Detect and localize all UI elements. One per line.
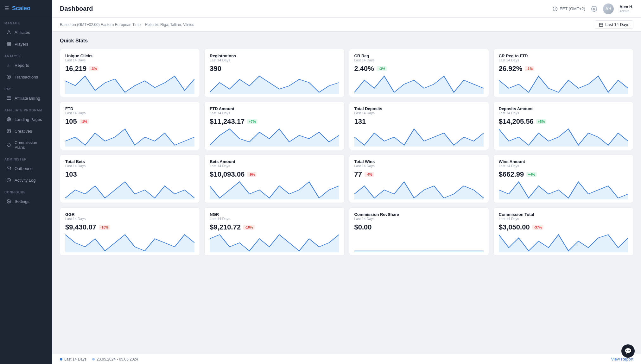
stat-period: Last 14 Days [210,164,339,168]
stat-label: Unique Clicks [65,53,194,58]
sidebar-item-players[interactable]: Players [2,38,50,50]
settings-icon[interactable] [591,6,597,12]
footer: Last 14 Days23.05.2024 - 05.06.2024 View… [52,354,641,364]
stat-card: FTD Last 14 Days 105 -1% [60,102,200,150]
stat-label: CR Reg [354,53,484,58]
timezone-label: EET (GMT+2) [560,6,585,11]
stat-value: $0.00 [354,223,372,231]
sidebar-item-settings[interactable]: Settings [2,196,50,207]
sidebar-item-activity-log[interactable]: Activity Log [2,174,50,186]
stat-value-row: 26.92% -1% [499,65,628,73]
stat-card: Commission Total Last 14 Days $3,050.00 … [493,207,633,256]
sidebar-item-transactions[interactable]: Transactions [2,71,50,83]
stat-value-row: 390 [210,65,339,73]
stat-badge: -10% [243,225,255,230]
stat-badge: -37% [532,225,544,230]
sidebar-item-label: Affiliates [15,30,30,35]
stat-value-row: 105 -1% [65,117,194,126]
page-title: Dashboard [60,5,93,12]
svg-rect-10 [7,97,11,99]
mini-chart [210,128,339,147]
stat-period: Last 14 Days [210,58,339,62]
stat-card-header: CR Reg Last 14 Days [354,53,484,63]
stat-value-row: $11,243.17 +7% [210,117,339,126]
stat-card: CR Reg to FTD Last 14 Days 26.92% -1% [493,49,633,97]
svg-point-20 [593,8,595,9]
sidebar-item-label: Settings [15,199,29,204]
sidebar-item-affiliate-billing[interactable]: Affiliate Billing [2,92,50,104]
menu-icon[interactable]: ☰ [4,5,9,11]
stat-value: $11,243.17 [210,117,244,126]
stat-value: 103 [65,170,77,179]
stat-card-header: NGR Last 14 Days [210,212,339,222]
bar-chart-icon [6,63,11,68]
sidebar-item-label: Commission Plans [15,140,46,150]
stat-card-header: GGR Last 14 Days [65,212,194,222]
stat-period: Last 14 Days [499,58,628,62]
sidebar-item-label: Affiliate Billing [15,96,40,101]
sidebar-item-commission-plans[interactable]: Commission Plans [2,137,50,153]
stat-badge: -4% [365,172,374,177]
view-report-link[interactable]: View Report [611,357,633,361]
stat-badge: +7% [247,119,257,124]
sidebar-item-creatives[interactable]: Creatives [2,125,50,137]
chat-bubble[interactable]: 💬 [621,344,635,358]
legend-item: 23.05.2024 - 05.06.2024 [92,357,138,361]
sidebar-section-label: ADMINISTER [0,153,52,162]
sidebar-item-reports[interactable]: Reports [2,60,50,71]
sidebar-item-affiliates[interactable]: Affiliates [2,27,50,38]
stat-value-row: 2.40% +3% [354,65,484,73]
sidebar-item-landing-pages[interactable]: Landing Pages [2,114,50,125]
person-icon [6,30,11,35]
mini-chart [354,75,484,94]
subbar: Based on (GMT+02:00) Eastern European Ti… [52,18,641,32]
main-content: Dashboard EET (GMT+2) AH Alex H. Admin B… [52,0,641,364]
stat-card-header: Total Wins Last 14 Days [354,159,484,169]
chart-legend: Last 14 Days23.05.2024 - 05.06.2024 [60,357,138,361]
stat-label: Bets Amount [210,159,339,164]
stat-value: 131 [354,117,366,126]
svg-rect-1 [7,42,9,44]
stat-badge: +4% [526,172,536,177]
stat-value: $662.99 [499,170,524,179]
user-info: Alex H. Admin [619,4,633,13]
sidebar-item-label: Landing Pages [15,117,42,122]
stat-card-header: FTD Last 14 Days [65,106,194,116]
sidebar-section-label: AFFILIATE PROGRAM [0,104,52,113]
date-range-button[interactable]: Last 14 Days [595,20,633,29]
stat-value-row: $0.00 [354,223,484,231]
stat-value: 390 [210,65,221,73]
stat-card: Deposits Amount Last 14 Days $14,205.56 … [493,102,633,150]
stat-card-header: Total Deposits Last 14 Days [354,106,484,116]
svg-rect-4 [7,44,9,46]
stat-value: $9,430.07 [65,223,96,231]
svg-rect-2 [9,42,10,44]
svg-point-18 [8,201,10,202]
stat-period: Last 14 Days [354,111,484,115]
stat-card: NGR Last 14 Days $9,210.72 -10% [204,207,344,256]
stat-label: Deposits Amount [499,106,628,111]
stat-period: Last 14 Days [354,164,484,168]
stat-label: Commission Total [499,212,628,217]
sidebar-section-label: CONFIGURE [0,186,52,195]
stat-card: CR Reg Last 14 Days 2.40% +3% [349,49,489,97]
svg-point-0 [8,31,10,32]
stat-badge: -1% [525,66,534,71]
stat-value: 26.92% [499,65,523,73]
date-range-label: Last 14 Days [605,22,629,27]
legend-label: Last 14 Days [64,357,86,361]
stat-label: NGR [210,212,339,217]
stat-period: Last 14 Days [499,217,628,221]
stat-label: Total Deposits [354,106,484,111]
image-icon [6,129,11,134]
mini-chart [65,233,194,252]
stat-value-row: $10,093.06 -9% [210,170,339,179]
stat-period: Last 14 Days [65,164,194,168]
sidebar-item-outbound[interactable]: Outbound [2,163,50,174]
stat-card: Total Wins Last 14 Days 77 -4% [349,154,489,203]
stat-label: Total Bets [65,159,194,164]
gear-icon [6,199,11,204]
stat-card-header: Commission Total Last 14 Days [499,212,628,222]
stat-card: Wins Amount Last 14 Days $662.99 +4% [493,154,633,203]
stat-card-header: Bets Amount Last 14 Days [210,159,339,169]
